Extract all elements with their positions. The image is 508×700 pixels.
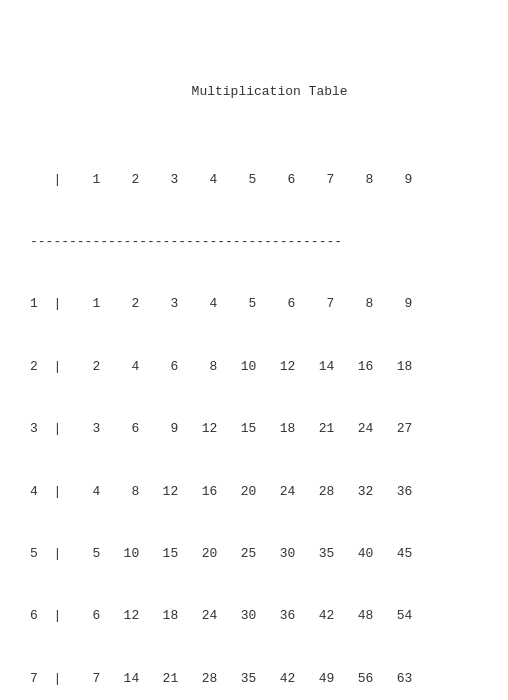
table-header-row: | 1 2 3 4 5 6 7 8 9 (30, 170, 478, 191)
table-row-1: 1 | 1 2 3 4 5 6 7 8 9 (30, 294, 478, 315)
table-row-3: 3 | 3 6 9 12 15 18 21 24 27 (30, 419, 478, 440)
table-row-5: 5 | 5 10 15 20 25 30 35 40 45 (30, 544, 478, 565)
table-separator: ---------------------------------------- (30, 232, 478, 253)
table-row-2: 2 | 2 4 6 8 10 12 14 16 18 (30, 357, 478, 378)
table-title: Multiplication Table (30, 62, 478, 124)
table-row-7: 7 | 7 14 21 28 35 42 49 56 63 (30, 669, 478, 690)
table-row-4: 4 | 4 8 12 16 20 24 28 32 36 (30, 482, 478, 503)
table-row-6: 6 | 6 12 18 24 30 36 42 48 54 (30, 606, 478, 627)
multiplication-table: Multiplication Table | 1 2 3 4 5 6 7 8 9… (30, 20, 478, 700)
